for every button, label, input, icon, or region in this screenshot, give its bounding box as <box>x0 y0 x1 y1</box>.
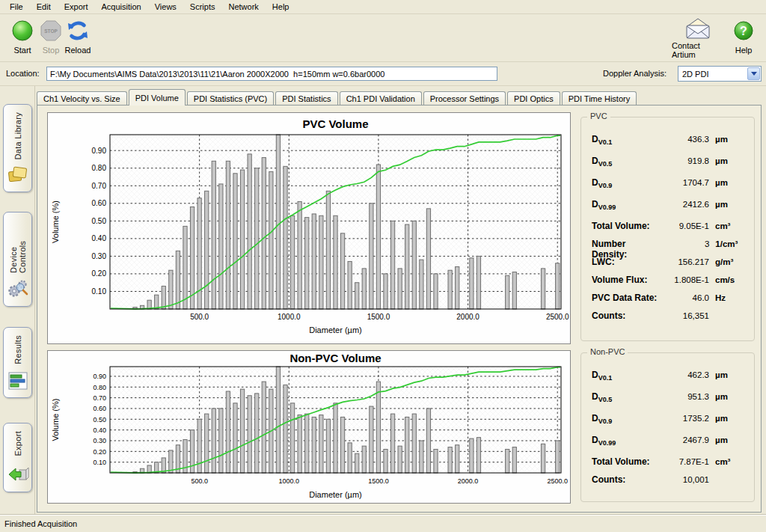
stat-label: DV0.5 <box>592 391 612 403</box>
menu-item-acquisition[interactable]: Acquisition <box>95 1 148 13</box>
stat-value: 462.3 <box>663 370 709 379</box>
tab-ch1-velocity-vs-size[interactable]: Ch1 Velocity vs. Size <box>37 91 127 106</box>
stat-label: DV0.1 <box>592 134 612 146</box>
stat-value: 2467.9 <box>663 435 709 444</box>
pvc-volume-chart: 0.100.200.300.400.500.600.700.800.90500.… <box>47 112 571 344</box>
stat-value: 10,001 <box>663 475 709 484</box>
pdi-volume-tab-page: 0.100.200.300.400.500.600.700.800.90500.… <box>37 105 762 513</box>
doppler-analysis-select[interactable]: 2D PDI <box>678 66 762 82</box>
tab-pdi-statistics[interactable]: PDI Statistics <box>275 91 337 106</box>
stat-value: 1.808E-1 <box>663 275 709 284</box>
stat-label: Counts: <box>592 474 625 485</box>
svg-text:0.60: 0.60 <box>92 199 107 207</box>
svg-text:STOP: STOP <box>44 28 58 34</box>
menu-item-scripts[interactable]: Scripts <box>183 1 222 13</box>
svg-text:Diameter (µm): Diameter (µm) <box>309 325 362 334</box>
menu-item-edit[interactable]: Edit <box>30 1 58 13</box>
svg-text:0.70: 0.70 <box>93 394 106 402</box>
sidebar: Data LibraryDevice ControlsResultsExport <box>0 86 35 515</box>
sidebar-item-results[interactable]: Results <box>3 327 32 398</box>
stat-unit: µm <box>715 178 747 187</box>
stat-value: 951.3 <box>663 392 709 401</box>
gears-icon <box>7 278 29 300</box>
svg-text:2000.0: 2000.0 <box>458 477 479 485</box>
stat-row-d-v0-5: DV0.5951.3µm <box>592 391 747 413</box>
sidebar-item-export[interactable]: Export <box>3 423 32 492</box>
tab-processor-settings[interactable]: Processor Settings <box>423 91 506 106</box>
tab-pdi-optics[interactable]: PDI Optics <box>507 91 560 106</box>
svg-text:2000.0: 2000.0 <box>456 313 479 321</box>
non-pvc-stats-groupbox: Non-PVC DV0.1462.3µmDV0.5951.3µmDV0.9173… <box>580 352 755 502</box>
stat-unit: µm <box>715 414 747 423</box>
sidebar-item-data-library[interactable]: Data Library <box>3 104 32 192</box>
tab-pdi-volume[interactable]: PDI Volume <box>129 89 186 106</box>
svg-text:0.50: 0.50 <box>93 416 106 424</box>
stat-row-d-v0-5: DV0.5919.8µm <box>592 156 747 177</box>
svg-text:1500.0: 1500.0 <box>367 313 390 321</box>
stat-label: Total Volume: <box>592 221 650 231</box>
sidebar-label-results: Results <box>13 335 22 364</box>
pvc-volume-svg: 0.100.200.300.400.500.600.700.800.90500.… <box>48 113 570 343</box>
stat-label: DV0.99 <box>592 199 616 211</box>
non-pvc-volume-svg: 0.100.200.300.400.500.600.700.800.90500.… <box>48 351 570 503</box>
location-label: Location: <box>6 69 40 78</box>
stat-label: PVC Data Rate: <box>592 293 657 303</box>
tab-pdi-statistics-pvc[interactable]: PDI Statistics (PVC) <box>187 91 274 106</box>
chevron-down-icon <box>751 72 757 76</box>
stat-label: DV0.1 <box>592 370 612 382</box>
stat-row-total-volume: Total Volume:9.05E-1cm³ <box>592 221 747 239</box>
status-bar: Finished Acquisition <box>0 515 766 532</box>
tab-pdi-time-history[interactable]: PDI Time History <box>562 91 637 106</box>
svg-text:0.70: 0.70 <box>92 182 107 190</box>
svg-text:0.80: 0.80 <box>92 164 107 172</box>
svg-text:Volume (%): Volume (%) <box>51 399 60 441</box>
svg-text:1500.0: 1500.0 <box>368 477 389 485</box>
menu-item-export[interactable]: Export <box>58 1 95 13</box>
doppler-analysis-label: Doppler Analysis: <box>603 69 667 78</box>
stat-row-d-v0-9: DV0.91704.7µm <box>592 177 747 199</box>
svg-text:Non-PVC Volume: Non-PVC Volume <box>289 352 381 364</box>
stat-value: 1735.2 <box>663 414 709 423</box>
combo-dropdown-button[interactable] <box>747 67 760 80</box>
stat-value: 3 <box>663 239 709 248</box>
svg-text:2500.0: 2500.0 <box>547 477 568 485</box>
reload-label: Reload <box>65 46 91 55</box>
stat-row-d-v0-99: DV0.992412.6µm <box>592 199 747 221</box>
reload-button[interactable]: Reload <box>57 17 99 59</box>
status-text: Finished Acquisition <box>4 519 77 528</box>
svg-text:0.90: 0.90 <box>92 147 107 155</box>
svg-text:0.40: 0.40 <box>92 234 107 242</box>
location-input[interactable] <box>46 67 497 81</box>
stat-row-counts: Counts:16,351 <box>592 311 747 328</box>
start-label: Start <box>13 46 31 55</box>
location-row: Location: Doppler Analysis: 2D PDI <box>0 62 766 86</box>
stat-label: LWC: <box>592 257 615 267</box>
svg-text:0.50: 0.50 <box>92 217 107 225</box>
pvc-stats-title: PVC <box>587 111 610 120</box>
non-pvc-stats-title: Non-PVC <box>587 347 628 356</box>
menu-item-views[interactable]: Views <box>148 1 183 13</box>
bar-chart-icon <box>8 372 28 391</box>
contact-artium-button[interactable]: Contact Artium <box>672 17 724 59</box>
stat-row-pvc-data-rate: PVC Data Rate:46.0Hz <box>592 293 747 311</box>
svg-text:0.90: 0.90 <box>93 373 106 380</box>
stat-unit: µm <box>715 392 747 401</box>
svg-text:0.20: 0.20 <box>93 448 106 456</box>
menu-item-network[interactable]: Network <box>221 1 265 13</box>
stat-unit: µm <box>715 156 747 165</box>
stat-row-counts: Counts:10,001 <box>592 474 747 492</box>
stat-unit: µm <box>715 435 747 444</box>
envelope-icon <box>684 17 712 40</box>
stat-label: DV0.5 <box>592 156 612 168</box>
help-button[interactable]: ?Help <box>723 17 765 59</box>
sidebar-item-device-controls[interactable]: Device Controls <box>3 212 32 307</box>
svg-text:0.10: 0.10 <box>93 459 106 466</box>
svg-text:Diameter (µm): Diameter (µm) <box>309 490 362 499</box>
menu-item-help[interactable]: Help <box>266 1 296 13</box>
svg-text:Volume (%): Volume (%) <box>51 201 60 243</box>
menu-item-file[interactable]: File <box>3 1 30 13</box>
stat-unit: g/m³ <box>715 257 747 266</box>
export-arrow-icon <box>7 466 29 486</box>
tab-ch1-pdi-validation[interactable]: Ch1 PDI Validation <box>340 91 422 106</box>
tab-strip: Ch1 Velocity vs. SizePDI VolumePDI Stati… <box>37 89 638 106</box>
